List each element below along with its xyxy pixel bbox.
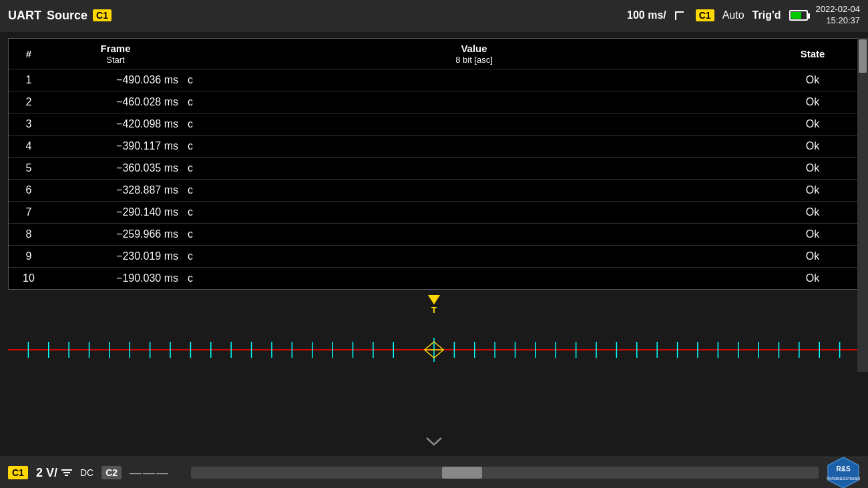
trigger-marker: T (428, 295, 440, 315)
cell-num: 1 (9, 69, 49, 91)
cell-num: 2 (9, 91, 49, 113)
cell-time: −190.030 ms (49, 268, 182, 290)
cell-state: Ok (766, 69, 859, 91)
source-channel-badge[interactable]: C1 (93, 9, 112, 21)
cell-state: Ok (766, 136, 859, 158)
data-table-container: # Frame Start Value 8 bit [asc] State (8, 38, 860, 290)
dc-label: DC (80, 467, 93, 478)
scrollbar-thumb (859, 39, 867, 73)
cell-num: 8 (9, 224, 49, 246)
uart-data-table: # Frame Start Value 8 bit [asc] State (9, 39, 859, 289)
cell-state: Ok (766, 268, 859, 290)
cell-num: 6 (9, 180, 49, 202)
cell-state: Ok (766, 202, 859, 224)
cell-num: 3 (9, 113, 49, 136)
cell-time: −420.098 ms (49, 113, 182, 136)
svg-marker-44 (828, 457, 859, 488)
source-label: Source (47, 9, 87, 23)
cell-state: Ok (766, 113, 859, 136)
cell-time: −290.140 ms (49, 202, 182, 224)
cell-num: 10 (9, 268, 49, 290)
cell-time: −230.019 ms (49, 246, 182, 268)
chevron-down-icon (424, 435, 444, 447)
table-row: 7 −290.140 ms c Ok (9, 202, 859, 224)
main-content: # Frame Start Value 8 bit [asc] State (0, 31, 868, 457)
cell-time: −490.036 ms (49, 69, 182, 91)
cell-state: Ok (766, 180, 859, 202)
top-bar-right: 100 ms/ C1 Auto Trig'd 2022-02-04 15:20:… (627, 4, 860, 27)
cell-state: Ok (766, 246, 859, 268)
table-row: 6 −328.887 ms c Ok (9, 180, 859, 202)
auto-label: Auto (722, 9, 744, 21)
trigdlabel: Trig'd (752, 9, 781, 21)
trigger-channel-badge[interactable]: C1 (696, 9, 714, 21)
bottom-scrollbar-thumb (442, 467, 482, 479)
bottom-bar: C1 2 V/ DC C2 ——— R&S Rohde&Schwarz (0, 457, 868, 488)
table-row: 1 −490.036 ms c Ok (9, 69, 859, 91)
cell-state: Ok (766, 91, 859, 113)
table-row: 3 −420.098 ms c Ok (9, 113, 859, 136)
datetime: 2022-02-04 15:20:37 (816, 4, 861, 27)
cell-state: Ok (766, 224, 859, 246)
cell-num: 9 (9, 246, 49, 268)
cell-num: 4 (9, 136, 49, 158)
svg-text:R&S: R&S (836, 465, 850, 473)
cell-time: −390.117 ms (49, 136, 182, 158)
slope-icon (674, 8, 688, 23)
col-value-header: Value 8 bit [asc] (182, 39, 766, 69)
battery-icon (789, 10, 808, 21)
cell-state: Ok (766, 158, 859, 180)
waveform-area: T (8, 290, 860, 457)
cell-value: c (182, 91, 766, 113)
protocol-label: UART (8, 9, 41, 23)
top-bar: UART Source C1 100 ms/ C1 Auto Trig'd 20… (0, 0, 868, 31)
table-header-row: # Frame Start Value 8 bit [asc] State (9, 39, 859, 69)
table-row: 4 −390.117 ms c Ok (9, 136, 859, 158)
svg-text:Rohde&Schwarz: Rohde&Schwarz (827, 476, 860, 481)
table-row: 9 −230.019 ms c Ok (9, 246, 859, 268)
waveform-svg (8, 323, 860, 377)
ch1-badge[interactable]: C1 (8, 466, 28, 479)
table-row: 5 −360.035 ms c Ok (9, 158, 859, 180)
table-body: 1 −490.036 ms c Ok 2 −460.028 ms c Ok 3 … (9, 69, 859, 290)
cell-value: c (182, 180, 766, 202)
cell-time: −360.035 ms (49, 158, 182, 180)
scroll-down-indicator (424, 435, 444, 450)
cell-value: c (182, 268, 766, 290)
bottom-scrollbar-area (191, 467, 819, 479)
bottom-scrollbar-track[interactable] (191, 467, 819, 479)
cell-value: c (182, 202, 766, 224)
cell-value: c (182, 158, 766, 180)
table-row: 2 −460.028 ms c Ok (9, 91, 859, 113)
top-bar-left: UART Source C1 (8, 9, 622, 23)
cell-num: 5 (9, 158, 49, 180)
trigger-triangle-icon (428, 295, 440, 304)
vertical-scrollbar[interactable] (857, 38, 868, 372)
col-frame-header: Frame Start (49, 39, 182, 69)
cell-value: c (182, 246, 766, 268)
table-row: 10 −190.030 ms c Ok (9, 268, 859, 290)
cell-time: −328.887 ms (49, 180, 182, 202)
cell-value: c (182, 113, 766, 136)
col-state-header: State (766, 39, 859, 69)
ch1-voltage: 2 V/ (36, 466, 72, 480)
timescale-label: 100 ms/ (627, 9, 666, 21)
cell-value: c (182, 69, 766, 91)
cell-value: c (182, 224, 766, 246)
ground-symbol (61, 469, 72, 476)
ch2-signal-line: ——— (130, 466, 170, 480)
cell-time: −460.028 ms (49, 91, 182, 113)
cell-time: −259.966 ms (49, 224, 182, 246)
cell-num: 7 (9, 202, 49, 224)
col-num-header: # (9, 39, 49, 69)
cell-value: c (182, 136, 766, 158)
ch2-badge[interactable]: C2 (101, 466, 122, 479)
table-row: 8 −259.966 ms c Ok (9, 224, 859, 246)
rls-logo: R&S Rohde&Schwarz (827, 456, 860, 488)
